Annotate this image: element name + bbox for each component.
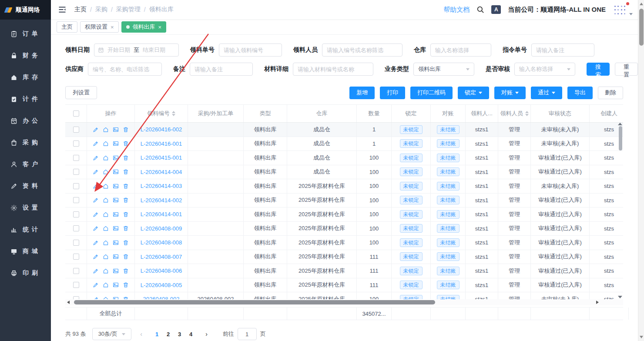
edit-icon[interactable] bbox=[93, 169, 99, 175]
page-scrollbar[interactable] bbox=[638, 0, 644, 341]
print-qrcode-button[interactable]: 打印二维码 bbox=[410, 87, 453, 99]
translate-icon[interactable]: A bbox=[491, 5, 501, 14]
row-checkbox[interactable] bbox=[73, 169, 79, 175]
image-icon[interactable] bbox=[113, 127, 119, 133]
menu-toggle-icon[interactable] bbox=[58, 5, 67, 14]
edit-icon[interactable] bbox=[93, 197, 99, 203]
account-status-badge[interactable]: 未结账 bbox=[437, 295, 460, 299]
image-icon[interactable] bbox=[113, 155, 119, 161]
row-checkbox[interactable] bbox=[73, 183, 79, 189]
scroll-up-icon[interactable] bbox=[618, 123, 622, 125]
app-logo[interactable]: 顺通网络 bbox=[0, 0, 51, 20]
delete-icon[interactable] bbox=[123, 282, 129, 288]
image-icon[interactable] bbox=[113, 268, 119, 274]
filter-input-remark[interactable] bbox=[190, 63, 253, 76]
order-number-link[interactable]: L-20260416-002 bbox=[135, 123, 188, 137]
avatar[interactable] bbox=[613, 2, 630, 17]
filter-input-instruction-no[interactable] bbox=[531, 43, 594, 57]
sidebar-item-orders[interactable]: 订单 bbox=[0, 23, 51, 45]
delete-icon[interactable] bbox=[123, 254, 129, 260]
tag-icon[interactable] bbox=[103, 240, 109, 246]
delete-icon[interactable] bbox=[123, 183, 129, 189]
tab-home[interactable]: 主页 bbox=[57, 21, 77, 33]
vertical-scroll-thumb[interactable] bbox=[619, 126, 622, 150]
sort-icon[interactable] bbox=[525, 111, 529, 116]
account-status-badge[interactable]: 未结账 bbox=[437, 125, 460, 134]
delete-icon[interactable] bbox=[123, 268, 129, 274]
edit-icon[interactable] bbox=[93, 183, 99, 189]
filter-input-material-detail[interactable] bbox=[293, 63, 373, 76]
search-icon[interactable] bbox=[476, 6, 484, 13]
tab-permission-settings[interactable]: 权限设置× bbox=[80, 21, 119, 33]
scroll-down-icon[interactable] bbox=[640, 336, 643, 338]
image-icon[interactable] bbox=[113, 225, 119, 231]
row-checkbox[interactable] bbox=[73, 296, 79, 299]
help-docs-link[interactable]: 帮助文档 bbox=[443, 6, 470, 14]
page-number-4[interactable]: 4 bbox=[185, 328, 197, 340]
scroll-right-icon[interactable] bbox=[596, 301, 599, 304]
prev-page-button[interactable]: ‹ bbox=[136, 328, 147, 340]
order-number-link[interactable]: L-20260408-006 bbox=[135, 264, 188, 278]
sidebar-item-printing[interactable]: 印刷 bbox=[0, 262, 51, 284]
delete-icon[interactable] bbox=[123, 169, 129, 175]
lock-status-badge[interactable]: 未锁定 bbox=[400, 182, 423, 191]
edit-icon[interactable] bbox=[93, 225, 99, 231]
lock-button[interactable]: 锁定 bbox=[458, 87, 489, 99]
tag-icon[interactable] bbox=[103, 268, 109, 274]
account-status-badge[interactable]: 未结账 bbox=[437, 210, 460, 219]
edit-icon[interactable] bbox=[93, 254, 99, 260]
order-number-link[interactable]: L-20260408-007 bbox=[135, 250, 188, 264]
search-button[interactable]: 搜索 bbox=[587, 63, 610, 76]
reset-button[interactable]: 重置 bbox=[615, 63, 638, 76]
edit-icon[interactable] bbox=[93, 211, 99, 217]
export-button[interactable]: 导出 bbox=[567, 87, 593, 99]
filter-select-audit-status[interactable]: 输入名称选择 bbox=[514, 63, 575, 76]
account-status-badge[interactable]: 未结账 bbox=[437, 267, 460, 275]
row-checkbox[interactable] bbox=[73, 211, 79, 217]
filter-input-order-no[interactable] bbox=[219, 43, 282, 57]
lock-status-badge[interactable]: 未锁定 bbox=[400, 125, 423, 134]
date-range-picker[interactable]: 开始日期至结束日期 bbox=[94, 43, 179, 57]
tag-icon[interactable] bbox=[103, 197, 109, 203]
select-all-checkbox[interactable] bbox=[73, 110, 79, 117]
edit-icon[interactable] bbox=[93, 127, 99, 133]
image-icon[interactable] bbox=[113, 240, 119, 246]
approve-button[interactable]: 通过 bbox=[531, 87, 562, 99]
next-page-button[interactable]: › bbox=[201, 328, 212, 340]
image-icon[interactable] bbox=[113, 169, 119, 175]
order-number-link[interactable]: L-20260416-001 bbox=[135, 137, 188, 151]
filter-select-business-type[interactable]: 领料出库 bbox=[413, 63, 474, 76]
column-header-10[interactable]: 领料人员 bbox=[498, 105, 531, 122]
filter-input-supplier[interactable] bbox=[88, 63, 162, 76]
order-number-link[interactable]: L-20260408-009 bbox=[135, 222, 188, 236]
account-status-badge[interactable]: 未结账 bbox=[437, 252, 460, 261]
lock-status-badge[interactable]: 未锁定 bbox=[400, 210, 423, 219]
tag-icon[interactable] bbox=[103, 254, 109, 260]
scroll-down-icon[interactable] bbox=[618, 296, 622, 298]
filter-input-warehouse[interactable] bbox=[430, 43, 491, 57]
sidebar-item-customers[interactable]: 客户 bbox=[0, 154, 51, 175]
sidebar-item-settings[interactable]: 设置 bbox=[0, 197, 51, 219]
account-status-badge[interactable]: 未结账 bbox=[437, 238, 460, 247]
image-icon[interactable] bbox=[113, 282, 119, 288]
image-icon[interactable] bbox=[113, 197, 119, 203]
sidebar-item-piecework[interactable]: 计件 bbox=[0, 88, 51, 110]
order-number-link[interactable]: L-20260414-002 bbox=[135, 194, 188, 207]
tag-icon[interactable] bbox=[103, 225, 109, 231]
account-status-badge[interactable]: 未结账 bbox=[437, 196, 460, 204]
edit-icon[interactable] bbox=[93, 240, 99, 246]
page-size-select[interactable]: 30条/页 bbox=[92, 328, 131, 340]
column-settings-button[interactable]: 列设置 bbox=[65, 86, 97, 99]
sort-icon[interactable] bbox=[172, 111, 175, 116]
tag-icon[interactable] bbox=[103, 127, 109, 133]
row-checkbox[interactable] bbox=[73, 282, 79, 288]
lock-status-badge[interactable]: 未锁定 bbox=[400, 238, 423, 247]
sidebar-item-office[interactable]: 办公 bbox=[0, 110, 51, 132]
order-number-link[interactable]: L-20260408-005 bbox=[135, 278, 188, 292]
tag-icon[interactable] bbox=[103, 169, 109, 175]
order-number-link[interactable]: L-20260414-001 bbox=[135, 207, 188, 221]
delete-icon[interactable] bbox=[123, 197, 129, 203]
filter-input-picker[interactable] bbox=[322, 43, 402, 57]
page-number-1[interactable]: 1 bbox=[151, 328, 163, 340]
row-checkbox[interactable] bbox=[73, 254, 79, 260]
